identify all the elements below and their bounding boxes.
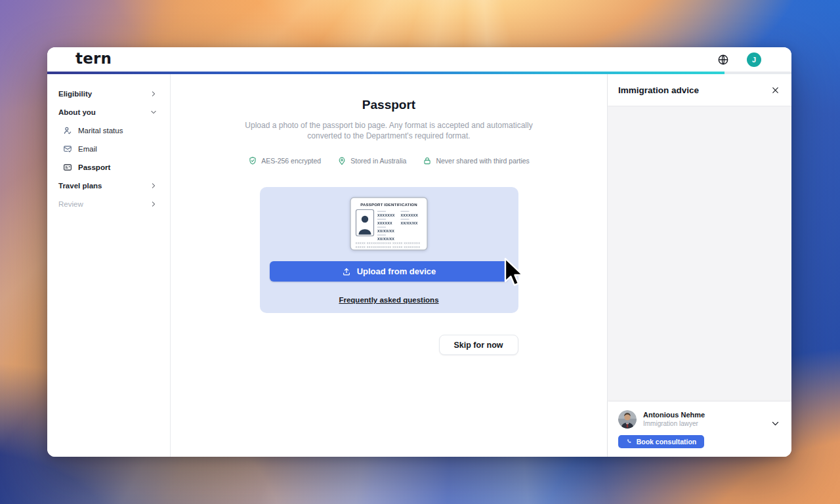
skip-button[interactable]: Skip for now — [439, 335, 518, 355]
faq-link[interactable]: Frequently asked questions — [339, 296, 438, 304]
security-badges: AES-256 encrypted Stored in Australia — [171, 156, 607, 165]
chevron-down-icon — [150, 109, 157, 116]
svg-text:XXXXX XXXXXXXXXXXX XXXXX XXXXX: XXXXX XXXXXXXXXXXX XXXXX XXXXXXXX — [356, 245, 421, 249]
badge-never-shared: Never shared with third parties — [423, 156, 529, 165]
badge-stored: Stored in Australia — [337, 156, 406, 165]
upload-from-device-button[interactable]: Upload from device — [270, 261, 509, 282]
close-icon[interactable] — [770, 85, 781, 96]
chevron-down-icon[interactable] — [770, 418, 781, 429]
header-actions: J — [717, 52, 761, 67]
sidebar-item-about-you[interactable]: About you — [47, 103, 170, 121]
map-pin-icon — [337, 156, 346, 165]
advisor-role: Immigration lawyer — [643, 420, 705, 427]
advisor-name: Antonious Nehme — [643, 411, 705, 419]
main-content: Passport Upload a photo of the passport … — [171, 74, 607, 457]
shield-check-icon — [248, 156, 257, 165]
lock-icon — [423, 156, 432, 165]
sidebar-item-travel-plans[interactable]: Travel plans — [47, 177, 170, 195]
tern-logo: tern — [75, 51, 112, 68]
app-header: tern J — [47, 47, 791, 72]
panel-footer: Antonious Nehme Immigration lawyer Book … — [608, 402, 791, 457]
svg-text:XXXXXXX: XXXXXXX — [377, 213, 395, 217]
svg-text:XX/XX/XX: XX/XX/XX — [377, 237, 394, 241]
advisor-avatar — [618, 410, 637, 429]
svg-text:XXXXXX: XXXXXX — [377, 221, 392, 225]
desktop-wallpaper: tern J Eligibility — [0, 0, 840, 504]
passport-illustration: PASSPORT IDENTIFICATION XXXXXXX XXXXXX — [270, 197, 509, 251]
mail-check-icon — [63, 144, 72, 154]
language-globe-icon[interactable] — [717, 54, 729, 66]
upload-card: PASSPORT IDENTIFICATION XXXXXXX XXXXXX — [260, 187, 518, 313]
page-description: Upload a photo of the passport bio page.… — [242, 121, 537, 141]
id-card-icon — [63, 163, 72, 172]
sidebar-item-passport[interactable]: Passport — [47, 158, 170, 177]
chevron-right-icon — [150, 91, 157, 97]
app-body: Eligibility About you — [47, 74, 791, 457]
chevron-right-icon — [150, 182, 157, 189]
person-check-icon — [63, 126, 72, 135]
panel-title: Immigration advice — [618, 85, 699, 95]
advisor-meta: Antonious Nehme Immigration lawyer — [643, 411, 705, 427]
svg-text:XX/XX/XX: XX/XX/XX — [401, 221, 418, 225]
sidebar-item-marital-status[interactable]: Marital status — [47, 121, 170, 140]
user-avatar[interactable]: J — [747, 52, 761, 67]
sidebar-item-review[interactable]: Review — [47, 195, 170, 213]
immigration-advice-panel: Immigration advice — [607, 74, 791, 457]
upload-icon — [342, 267, 351, 276]
page-title: Passport — [171, 98, 607, 112]
svg-text:XXXXXXX: XXXXXXX — [401, 213, 419, 217]
advisor-row: Antonious Nehme Immigration lawyer — [618, 409, 781, 429]
advice-panel-body — [608, 106, 791, 402]
sidebar-nav: Eligibility About you — [47, 74, 171, 457]
svg-text:XX/XX/XX: XX/XX/XX — [377, 229, 394, 233]
svg-text:XXXXX XXXXXXXXXXXX XXXXX XXXXX: XXXXX XXXXXXXXXXXX XXXXX XXXXXXXX — [356, 242, 421, 245]
sidebar-item-email[interactable]: Email — [47, 140, 170, 158]
book-consultation-button[interactable]: Book consultation — [618, 435, 704, 448]
badge-encrypted: AES-256 encrypted — [248, 156, 321, 165]
chevron-right-icon — [150, 201, 157, 207]
phone-icon — [626, 438, 633, 445]
sidebar-item-eligibility[interactable]: Eligibility — [47, 85, 170, 103]
panel-header: Immigration advice — [608, 74, 791, 106]
svg-text:PASSPORT IDENTIFICATION: PASSPORT IDENTIFICATION — [360, 202, 417, 207]
app-window: tern J Eligibility — [47, 47, 791, 457]
